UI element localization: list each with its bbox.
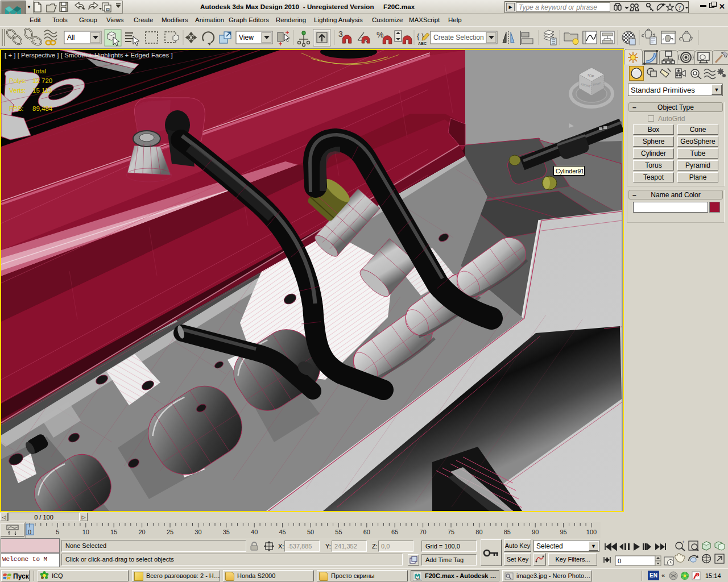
svg-text:All: All: [67, 34, 75, 41]
svg-text:Total: Total: [32, 68, 46, 74]
svg-text:5: 5: [56, 529, 59, 535]
svg-text:15: 15: [110, 529, 117, 535]
svg-text:89,484: 89,484: [32, 105, 53, 112]
svg-text:75: 75: [448, 529, 454, 535]
svg-text:?: ?: [679, 5, 681, 11]
svg-text:45: 45: [279, 529, 286, 535]
svg-text:35: 35: [223, 529, 230, 535]
svg-text:80: 80: [475, 529, 482, 535]
svg-text:85: 85: [504, 529, 511, 535]
svg-text:50: 50: [307, 529, 314, 535]
svg-text:FPS:: FPS:: [9, 105, 24, 112]
svg-text:95: 95: [560, 529, 566, 535]
svg-text:%: %: [377, 30, 383, 39]
svg-text:15 113: 15 113: [32, 87, 52, 94]
svg-text:3ds: 3ds: [416, 577, 421, 581]
svg-text:Verts:: Verts:: [9, 87, 26, 94]
svg-text:3: 3: [338, 30, 343, 39]
svg-text:-: -: [682, 546, 684, 551]
svg-text:20: 20: [138, 529, 145, 535]
svg-text:10: 10: [82, 529, 89, 535]
svg-text:0: 0: [28, 529, 31, 535]
svg-text:55: 55: [335, 529, 342, 535]
svg-text:60: 60: [363, 529, 370, 535]
svg-text:65: 65: [391, 529, 398, 535]
svg-text:70: 70: [419, 529, 426, 535]
svg-text:Polys:: Polys:: [9, 77, 27, 84]
svg-text:40: 40: [251, 529, 258, 535]
svg-text:12 720: 12 720: [32, 77, 52, 84]
svg-text:90: 90: [532, 529, 539, 535]
svg-text:100: 100: [586, 529, 597, 535]
svg-text:View: View: [239, 34, 254, 41]
svg-text:25: 25: [167, 529, 173, 535]
svg-text:+: +: [682, 539, 685, 544]
svg-text:0: 0: [618, 558, 621, 564]
svg-text:Cylinder91: Cylinder91: [556, 168, 584, 174]
svg-text:[ + ] [ Perspective ] [ Smooth: [ + ] [ Perspective ] [ Smooth + Highlig…: [5, 52, 173, 59]
svg-text:Create Selection Se: Create Selection Se: [433, 34, 494, 41]
svg-text:ABC: ABC: [418, 41, 427, 45]
svg-text:30: 30: [195, 529, 201, 535]
